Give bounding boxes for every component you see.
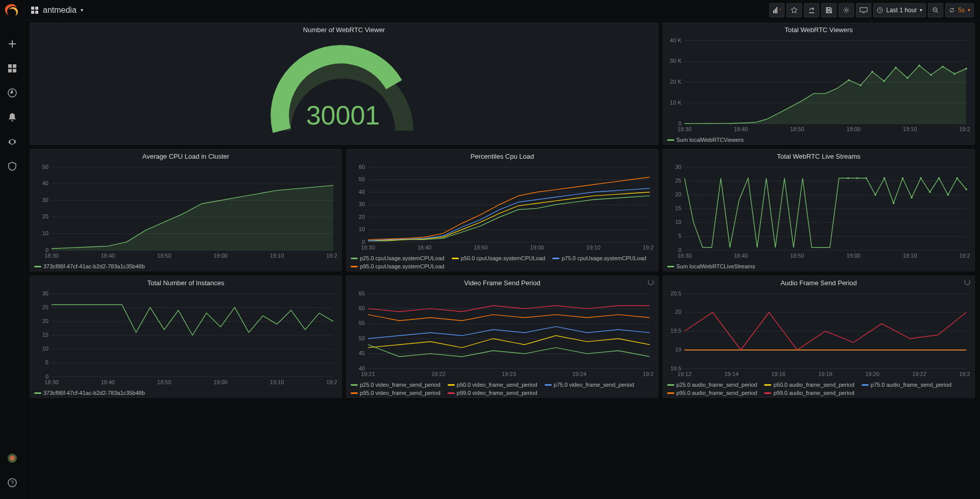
svg-point-116 [938,177,940,179]
avatar-icon[interactable] [7,453,17,463]
svg-text:40: 40 [42,180,48,186]
help-icon[interactable]: ? [7,478,17,488]
svg-text:19:10: 19:10 [270,379,284,385]
legend-item: p25.0 cpuUsage.systemCPULoad [360,255,445,261]
sidebar: ? [0,0,24,499]
chevron-down-icon: ▾ [968,7,970,13]
panel-title: Audio Frame Send Period [663,276,974,289]
svg-text:25: 25 [42,304,48,310]
gear-icon[interactable] [7,137,17,147]
chevron-down-icon: ▾ [920,7,922,13]
legend-item: Sum localWebRTCLiveStreams [676,263,755,269]
svg-text:18:50: 18:50 [157,253,172,259]
zoom-out-button[interactable] [928,3,943,17]
svg-text:30: 30 [42,197,48,203]
svg-point-42 [906,77,909,79]
svg-text:20: 20 [675,191,681,197]
grafana-logo-icon[interactable] [4,3,20,19]
svg-point-41 [895,67,897,69]
grid-icon [31,6,39,14]
refresh-interval-label: 5s [958,7,965,14]
svg-text:10: 10 [42,230,48,236]
tv-mode-button[interactable] [856,3,871,17]
svg-text:18:50: 18:50 [790,126,804,132]
svg-text:19:14: 19:14 [724,371,739,377]
legend-item: Sum localWebRTCViewers [676,137,744,143]
gauge-chart: 30001 [251,39,435,141]
legend: p25.0 cpuUsage.systemCPULoadp50.0 cpuUsa… [347,254,658,272]
topbar: antmedia ▾ + Last 1 hour ▾ 5s [24,0,980,20]
loading-icon [648,279,654,285]
share-icon [808,7,815,14]
panel-video-period[interactable]: Video Frame Send Period 40455055606519:2… [346,276,658,398]
svg-text:45: 45 [359,350,365,356]
svg-text:10: 10 [675,219,681,225]
svg-text:19.5: 19.5 [671,328,681,334]
gauge-value: 30001 [306,101,380,130]
svg-rect-9 [31,7,34,10]
svg-text:20: 20 [675,309,681,315]
svg-point-107 [856,177,859,179]
share-button[interactable] [804,3,819,17]
chart: 18.51919.52020.519:1219:1419:1619:1819:2… [665,290,970,379]
panel-avg-cpu[interactable]: Average CPU Load in Cluster 010203040501… [30,149,342,271]
svg-text:19:18: 19:18 [818,371,832,377]
svg-point-45 [942,66,944,68]
svg-text:50: 50 [359,176,365,182]
dashboards-icon[interactable] [7,63,17,73]
panel-total-viewers[interactable]: Total WebRTC Viewers 010 K20 K30 K40 K18… [663,22,975,145]
svg-text:19:10: 19:10 [903,253,917,259]
explore-icon[interactable] [7,88,17,98]
svg-point-108 [865,177,867,179]
svg-text:19:20: 19:20 [959,253,970,259]
svg-point-115 [929,191,931,193]
svg-text:18:50: 18:50 [157,379,172,385]
svg-point-110 [884,177,886,179]
panel-instances[interactable]: Total Number of Instances 05101520253018… [30,276,342,398]
legend-item: p95.0 cpuUsage.systemCPULoad [360,263,445,269]
svg-text:19:00: 19:00 [213,379,228,385]
panel-gauge[interactable]: Number of WebRTC Viewer 30001 [30,22,658,145]
svg-point-38 [860,84,862,86]
refresh-button[interactable]: 5s ▾ [945,3,974,17]
add-panel-button[interactable]: + [769,3,785,17]
plus-icon[interactable] [7,39,17,49]
star-button[interactable] [787,3,802,17]
svg-text:19:10: 19:10 [270,253,284,259]
legend-item: p99.0 audio_frame_send_period [773,390,854,396]
panel-live-streams[interactable]: Total WebRTC Live Streams 05101520253018… [663,149,975,271]
svg-point-43 [918,65,920,67]
alert-icon[interactable] [7,112,17,122]
svg-point-44 [930,74,932,76]
svg-point-119 [965,188,967,190]
svg-text:18:50: 18:50 [474,244,488,251]
timerange-picker[interactable]: Last 1 hour ▾ [873,3,926,17]
svg-text:10: 10 [359,226,365,232]
refresh-icon [949,7,955,13]
legend-item: p50.0 cpuUsage.systemCPULoad [461,255,546,261]
svg-text:60: 60 [359,305,365,311]
panel-title: Number of WebRTC Viewer [30,23,658,36]
legend-item: p25.0 audio_frame_send_period [676,382,757,388]
svg-rect-1 [13,64,16,68]
svg-text:60: 60 [359,164,365,170]
panel-title: Average CPU Load in Cluster [30,149,341,162]
legend-item: 373cf86f-47cf-41ac-b2d2-783a1c35b48b [43,390,145,396]
svg-text:18:30: 18:30 [677,126,692,132]
panel-audio-period[interactable]: Audio Frame Send Period 18.51919.52020.5… [663,276,975,398]
svg-rect-13 [773,10,774,13]
timerange-label: Last 1 hour [886,7,917,14]
chart: 05101520253018:3018:4018:5019:0019:1019:… [32,290,337,387]
svg-text:19:25: 19:25 [643,371,654,377]
dashboard-title-dropdown[interactable]: antmedia ▾ [31,6,83,15]
settings-button[interactable] [839,3,854,17]
shield-icon[interactable] [7,161,17,171]
chart: 40455055606519:2119:2219:2319:2419:25 [349,290,654,379]
svg-text:19:20: 19:20 [326,253,337,259]
svg-text:18:40: 18:40 [101,253,115,259]
svg-rect-12 [35,11,38,14]
panel-pct-cpu[interactable]: Percentiles Cpu Load 010203040506018:301… [346,149,658,271]
save-button[interactable] [821,3,837,17]
svg-text:19:20: 19:20 [643,244,654,251]
svg-text:20: 20 [359,214,365,220]
